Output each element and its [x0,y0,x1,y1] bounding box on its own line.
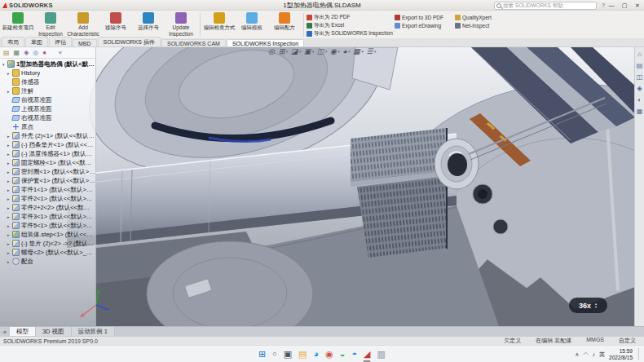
ribbon-export-button[interactable]: QualityXpert [455,14,504,21]
start-button[interactable]: ⊞ [258,350,266,359]
view-settings-icon[interactable]: ☰▾ [366,48,376,55]
ribbon-export-button[interactable]: 导出为 2D PDF [307,14,395,21]
tree-item[interactable]: ▸ 组装体.step<1> (默认<<默认>_显 [0,230,95,239]
collapse-panel-icon[interactable]: « [59,50,62,55]
ribbon-export-button[interactable]: Export eDrawing [395,22,455,29]
design-library-icon[interactable]: ▤ [637,63,643,69]
model-viewport[interactable] [0,47,644,326]
search-input[interactable] [503,2,584,8]
hidden-icons-chevron-icon[interactable]: ∧ [575,351,579,358]
tree-item[interactable]: ▸ 注解 [0,86,95,95]
displaymanager-tab-icon[interactable]: ● [42,50,46,56]
ribbon-button[interactable]: Add Characteristic [67,11,99,38]
tree-item[interactable]: ▸ (-) 温度传感器<1> (默认<默认>_显 [0,149,95,158]
configurationmanager-tab-icon[interactable]: ◈ [24,50,29,56]
solidworks-button[interactable]: ◢ [364,350,370,359]
tree-item[interactable]: ▸ 零件2<1> (默认<<默认>_显示状态 [0,194,95,203]
qq-button[interactable]: ◓ [351,350,357,359]
wechat-button[interactable]: ◒ [340,350,346,359]
taskbar-clock[interactable]: 15:59 2022/8/15 [609,348,633,360]
tree-item[interactable]: ▸ 外壳 (2)<1> (默认<<默认>_显示状态 [0,131,95,140]
tree-item[interactable]: ▸ 零件1<1> (默认<<默认>_显示状态> [0,185,95,194]
tree-item[interactable]: ▸ 固定螺栓<1> (默认<<默认>_显示状 [0,158,95,167]
tree-item[interactable]: ▸ 零件2+2<2> (默认<<默认>_显示状 [0,203,95,212]
ribbon-button[interactable]: 编辑配方 [268,11,301,38]
custom-properties-icon[interactable]: ▦ [637,108,643,115]
file-explorer-button[interactable]: ▤ [298,350,307,359]
ribbon-button[interactable]: 编辑模板 [236,11,268,38]
view-orientation-icon[interactable]: ▣▾ [304,48,314,55]
chevron-down-icon[interactable]: ▾ [285,50,288,54]
chevron-down-icon[interactable]: ▾ [361,50,364,54]
edit-appearance-icon[interactable]: ◕▾ [342,48,350,55]
ribbon-tab[interactable]: 布局 [2,37,24,46]
ribbon-export-button[interactable]: Net-Inspect [455,22,504,29]
tree-item[interactable]: ▸ (-) 垫片 (2)<2> ->? (默认<<默认> [0,239,95,248]
ribbon-tab[interactable]: 草图 [25,37,48,46]
ribbon-export-button[interactable]: Export to 3D PDF [395,14,455,21]
chrome-button[interactable]: ◉ [325,350,333,359]
tree-item[interactable]: 右视基准面 [0,113,95,122]
tree-item[interactable]: 上视基准面 [0,104,95,113]
display-style-icon[interactable]: ◫▾ [317,48,327,55]
chevron-down-icon[interactable]: ▾ [325,50,328,54]
ribbon-tab[interactable]: SOLIDWORKS 插件 [98,37,161,46]
hide-show-items-icon[interactable]: ◉▾ [330,48,339,55]
edge-button[interactable]: ◕ [314,350,320,359]
status-item[interactable]: 自定义 [619,337,636,345]
window-control-button[interactable]: ✕ [631,0,644,11]
tree-item[interactable]: ▸ (-) 挡条垫片<1> (默认<<默认>_显示 [0,140,95,149]
chevron-down-icon[interactable]: ▾ [348,50,351,54]
tree-item[interactable]: ▸ 保护套<1> (默认<<默认>_显示状态 [0,176,95,185]
chevron-down-icon[interactable]: ▾ [311,50,314,54]
status-item[interactable]: MMGS [586,337,604,345]
status-item[interactable]: 欠定义 [504,337,521,345]
network-icon[interactable]: ◠ [583,351,588,358]
ribbon-button[interactable]: 编辑检查方式 [203,11,236,38]
notepad-button[interactable]: ▥ [377,350,386,359]
apply-scene-icon[interactable]: ▦▾ [353,48,363,55]
ribbon-tab[interactable]: 评估 [49,37,72,46]
view-palette-icon[interactable]: ◈ [637,86,642,92]
show-desktop-button[interactable] [638,348,641,360]
document-tab[interactable]: 3D 视图 [36,327,72,336]
zoom-fit-icon[interactable]: ◎ [268,48,276,55]
appearances-icon[interactable]: ◐ [637,97,642,104]
status-item[interactable]: 在编辑 装配体 [536,337,571,345]
ribbon-export-button[interactable]: 导出为 SOLIDWORKS Inspection 项目 [307,30,395,38]
zoom-speed-badge[interactable]: 36x ▲▼ [569,298,607,313]
zoom-badge-arrows-icon[interactable]: ▲▼ [594,302,598,309]
help-search-box[interactable] [494,2,597,10]
tab-scroll-left-icon[interactable]: « [0,329,10,336]
tree-item[interactable]: ▸ History [0,68,95,77]
task-view-button[interactable]: ▣ [284,350,292,359]
model-end-boss[interactable] [434,139,479,189]
tree-root-item[interactable]: ▾ 1型加热器电热偶 (默认<默认>_显示状态-1) [0,60,95,68]
ribbon-button[interactable]: 新建检查项目 [2,11,34,38]
file-explorer-pane-icon[interactable]: ◫ [637,74,643,81]
tree-item[interactable]: 前视基准面 [0,95,95,104]
ribbon-button[interactable]: 选择序号 [132,11,165,38]
chevron-down-icon[interactable]: ▾ [373,50,376,54]
dimxpert-tab-icon[interactable]: ◎ [33,50,38,56]
document-tab[interactable]: 模型 [10,327,36,336]
ribbon-button[interactable]: Update Inspection Project [165,11,197,38]
window-control-button[interactable]: — [605,0,618,11]
ribbon-tab[interactable]: MBD [73,39,97,46]
tree-item[interactable]: ▸ 零件5<1> (默认<<默认>_显示状态 [0,221,95,230]
window-control-button[interactable]: ▢ [618,0,631,11]
section-view-icon[interactable]: ◪▾ [291,48,301,55]
featuremanager-tab-icon[interactable]: ▤ [3,50,10,56]
search-button[interactable]: ○ [272,351,276,358]
tree-item[interactable]: ▸ 零件3<1> (默认<<默认>_显示状态 [0,212,95,221]
tree-item[interactable]: 传感器 [0,77,95,86]
ribbon-tab[interactable]: SOLIDWORKS CAM [161,39,226,46]
tree-item[interactable]: ▸ 密封圈<1> (默认<<默认>_显示状态 [0,167,95,176]
tree-item[interactable]: ▸ 螺母<2> (默认<<默认>_显示状态< [0,248,95,257]
chevron-down-icon[interactable]: ▾ [337,50,340,54]
ribbon-button[interactable]: 移除序号 [99,11,132,38]
chevron-down-icon[interactable]: ▾ [298,50,301,54]
ribbon-export-button[interactable]: 导出为 Excel [307,22,395,29]
ribbon-tab[interactable]: SOLIDWORKS Inspection [227,39,304,46]
tree-item[interactable]: 原点 [0,122,95,131]
